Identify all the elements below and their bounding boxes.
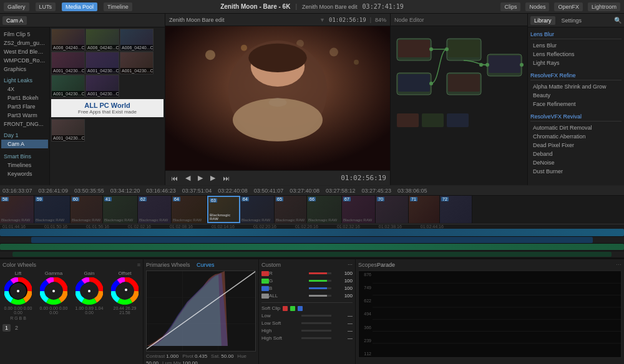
- step-back-btn[interactable]: ◀: [183, 173, 192, 183]
- step-fwd-btn[interactable]: ▶: [208, 173, 217, 183]
- sat-val[interactable]: 50.00: [221, 353, 233, 359]
- timeline-tab-btn[interactable]: Timeline: [104, 2, 132, 11]
- g-slider-track[interactable]: [309, 280, 331, 282]
- lum-val[interactable]: 100.00: [182, 360, 197, 364]
- tree-4x[interactable]: 4X: [1, 85, 48, 93]
- next-clip-btn[interactable]: ⏭: [221, 173, 232, 183]
- tree-light-leaks[interactable]: Light Leaks: [1, 76, 48, 85]
- tree-wmpcdb[interactable]: WMPCDB_Rock B...: [1, 56, 48, 65]
- video-track-2-bar[interactable]: [31, 237, 593, 243]
- light-rays-item[interactable]: Light Rays: [530, 59, 622, 67]
- luts-tab[interactable]: LUTs: [36, 2, 56, 11]
- high-slider[interactable]: [301, 330, 331, 332]
- clip-64b[interactable]: 64 Blackmagic RAW: [240, 196, 275, 223]
- curves-canvas[interactable]: [146, 271, 256, 352]
- clip-65[interactable]: 65 Blackmagic RAW: [275, 196, 307, 223]
- audio-track-2-bar[interactable]: [12, 252, 612, 257]
- tree-film-clip[interactable]: Film Clip 5: [1, 30, 48, 39]
- tree-warm[interactable]: Part3 Warm: [1, 111, 48, 120]
- thumb-4[interactable]: A001_04230...C: [51, 52, 85, 74]
- thumb-3[interactable]: A006_04240...C: [120, 29, 154, 51]
- offset-wheel-svg[interactable]: [111, 277, 139, 305]
- gamma-wheel-svg[interactable]: [40, 277, 67, 305]
- node-canvas[interactable]: 01 la 02 03 04 05: [391, 26, 527, 185]
- contrast-val[interactable]: 1.000: [166, 353, 178, 359]
- clip-63[interactable]: 63 Blackmagic RAW: [207, 196, 240, 223]
- dead-pixel-item[interactable]: Dead Pixel Fixer: [530, 141, 622, 150]
- settings-tab[interactable]: Settings: [558, 16, 586, 25]
- lens-reflections-item[interactable]: Lens Reflections: [530, 50, 622, 59]
- tree-cam-a[interactable]: Cam A: [1, 140, 48, 148]
- auto-dirt-item[interactable]: Automatic Dirt Removal: [530, 123, 622, 132]
- scopes-type[interactable]: Parade: [377, 262, 395, 268]
- tree-drum[interactable]: ZS2_drum_guitar...: [1, 39, 48, 47]
- pivot-val[interactable]: 0.435: [195, 353, 207, 359]
- r-slider-track[interactable]: [309, 272, 331, 274]
- thumb-8[interactable]: A001_04230...C: [85, 75, 119, 97]
- lift-wheel-svg[interactable]: [4, 277, 32, 305]
- tree-day1[interactable]: Day 1: [1, 131, 48, 140]
- clip-59[interactable]: 59 Blackmagic RAW: [34, 196, 71, 223]
- clip-72[interactable]: 72: [440, 196, 472, 223]
- audio-track-bar[interactable]: [0, 244, 624, 250]
- low-slider[interactable]: [301, 315, 331, 317]
- low-soft-slider[interactable]: [301, 322, 331, 324]
- tree-bokeh[interactable]: Part1 Bokeh: [1, 93, 48, 102]
- beauty-item[interactable]: Beauty: [530, 91, 622, 100]
- clip-62[interactable]: 62 Blackmagic RAW: [138, 196, 172, 223]
- openfx-btn[interactable]: OpenFX: [554, 2, 583, 11]
- svg-point-42: [52, 290, 55, 292]
- clip-70[interactable]: 70: [376, 196, 409, 223]
- cam-a-tab[interactable]: Cam A: [2, 16, 27, 25]
- clip-71[interactable]: 71: [409, 196, 440, 223]
- thumb-1[interactable]: A006_04240...C: [51, 29, 85, 51]
- lightroom-btn[interactable]: Lightroom: [588, 2, 620, 11]
- defocus-item[interactable]: DeNoise: [530, 158, 622, 167]
- preview-area[interactable]: [165, 26, 390, 170]
- thumb-7[interactable]: A001_04230...C: [51, 75, 85, 97]
- play-btn[interactable]: ▶: [196, 173, 205, 183]
- tree-front-dng[interactable]: FRONT_DNG...: [1, 120, 48, 128]
- gamma-wheel: Gamma 0.00 0.00 0.00 0.00: [38, 271, 69, 320]
- media-pool-tab[interactable]: Media Pool: [62, 2, 97, 11]
- tree-timelines[interactable]: Timelines: [1, 161, 48, 170]
- deband-item[interactable]: Deband: [530, 150, 622, 158]
- hue-val[interactable]: 50.00: [146, 360, 158, 364]
- high-soft-slider[interactable]: [301, 337, 331, 339]
- clip-66[interactable]: 66 Blackmagic RAW: [307, 196, 342, 223]
- color-wheels-menu[interactable]: ≡: [137, 262, 140, 268]
- clip-67[interactable]: 67 Blackmagic RAW: [342, 196, 376, 223]
- library-tab[interactable]: Library: [530, 16, 555, 25]
- tree-graphics[interactable]: Graphics: [1, 65, 48, 74]
- clip-60[interactable]: 60 Blackmagic RAW: [71, 196, 103, 223]
- gallery-tab[interactable]: Gallery: [4, 2, 29, 11]
- tree-keywords[interactable]: Keywords: [1, 170, 48, 178]
- dust-burner-item[interactable]: Dust Burner: [530, 167, 622, 176]
- thumb-6[interactable]: A001_04230...C: [120, 52, 154, 74]
- alpha-matte-item[interactable]: Alpha Matte Shrink and Grow: [530, 82, 622, 91]
- b-slider-track[interactable]: [309, 287, 331, 289]
- lens-blur-item[interactable]: Lens Blur: [530, 41, 622, 50]
- all-slider-track[interactable]: [309, 295, 331, 297]
- clip-41[interactable]: 41 Blackmagic RAW: [103, 196, 138, 223]
- page-2-btn[interactable]: 2: [13, 324, 20, 332]
- channel-g-row: G 100: [261, 278, 353, 284]
- face-refinement-item[interactable]: Face Refinement: [530, 100, 622, 108]
- scopes-menu[interactable]: ⋯: [616, 262, 622, 268]
- page-1-btn[interactable]: 1: [2, 324, 11, 332]
- thumb-2[interactable]: A006_04240...C: [85, 29, 119, 51]
- clips-btn[interactable]: Clips: [500, 2, 520, 11]
- nodes-btn[interactable]: Nodes: [525, 2, 549, 11]
- clip-64a[interactable]: 64 Blackmagic RAW: [172, 196, 207, 223]
- video-track-bar[interactable]: [0, 229, 624, 236]
- clip-58[interactable]: 58 Blackmagic RAW: [0, 196, 34, 223]
- thumb-5[interactable]: A001_04230...C: [85, 52, 119, 74]
- thumb-9[interactable]: A001_04230...C: [51, 119, 85, 141]
- gain-wheel-svg[interactable]: [76, 277, 103, 305]
- search-icon[interactable]: 🔍: [614, 17, 622, 24]
- prev-clip-btn[interactable]: ⏮: [169, 173, 180, 183]
- tree-west-end[interactable]: West End Blend_K...: [1, 47, 48, 56]
- chromatic-item[interactable]: Chromatic Aberration: [530, 132, 622, 141]
- custom-menu-btn[interactable]: ⋯: [348, 262, 353, 268]
- tree-flare[interactable]: Part3 Flare: [1, 102, 48, 111]
